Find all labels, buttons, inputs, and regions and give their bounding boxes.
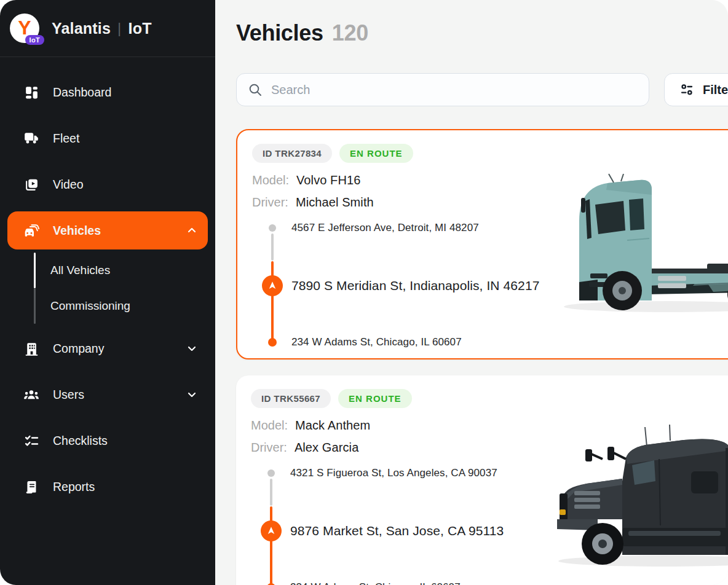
- sidebar-item-dashboard[interactable]: Dashboard: [7, 77, 208, 108]
- vehicle-status-badge: EN ROUTE: [338, 389, 412, 408]
- origin-dot-icon: [261, 469, 282, 477]
- route-stop-origin: 4321 S Figueroa St, Los Angeles, CA 9003…: [261, 465, 497, 481]
- sidebar-item-label: Reports: [53, 480, 95, 494]
- brand-product-text: IoT: [129, 20, 152, 37]
- vehicle-count: 120: [332, 20, 368, 47]
- driver-row: Driver: Michael Smith: [252, 194, 728, 211]
- search-box[interactable]: [236, 73, 649, 106]
- stop-address: 234 W Adams St, Chicago, IL 60607: [290, 581, 461, 585]
- sidebar: Y IoT Yalantis | IoT Dashboard Fleet: [0, 0, 215, 585]
- badges-row: ID TRK55667 EN ROUTE: [251, 389, 728, 408]
- sidebar-subitem-all-vehicles[interactable]: All Vehicles: [34, 253, 208, 288]
- sidebar-item-checklists[interactable]: Checklists: [7, 425, 208, 456]
- vehicle-card-trk55667[interactable]: ID TRK55667 EN ROUTE Model: Mack Anthem …: [236, 375, 728, 585]
- sidebar-item-label: Company: [53, 342, 104, 356]
- sidebar-item-label: Dashboard: [53, 85, 111, 100]
- users-icon: [23, 387, 39, 402]
- route-stop-current: 9876 Market St, San Jose, CA 95113: [261, 520, 504, 541]
- sliders-filter-icon: [679, 82, 694, 97]
- stop-address-current: 7890 S Meridian St, Indianapolis, IN 462…: [291, 278, 539, 293]
- search-icon: [248, 82, 263, 97]
- driver-value: Michael Smith: [296, 194, 374, 211]
- reports-icon: [23, 479, 39, 495]
- destination-dot-icon: [262, 338, 283, 347]
- sidebar-item-label: Users: [53, 388, 84, 402]
- filters-button[interactable]: Filters: [664, 73, 728, 106]
- driver-value: Alex Garcia: [295, 439, 358, 456]
- current-location-icon: [262, 275, 283, 296]
- route-line-remaining: [270, 506, 272, 585]
- vehicles-submenu: All Vehicles Commissioning: [34, 253, 208, 324]
- sidebar-item-fleet[interactable]: Fleet: [7, 123, 208, 154]
- sidebar-item-video[interactable]: Video: [7, 169, 208, 200]
- company-icon: [23, 340, 39, 356]
- route-timeline: 4321 S Figueroa St, Los Angeles, CA 9003…: [251, 465, 571, 585]
- chevron-up-icon: [186, 224, 198, 237]
- brand-name: Yalantis | IoT: [52, 20, 152, 37]
- route-stop-destination: 234 W Adams St, Chicago, IL 60607: [261, 580, 461, 585]
- stop-address: 234 W Adams St, Chicago, IL 60607: [291, 336, 462, 348]
- vehicle-status-badge: EN ROUTE: [339, 144, 413, 163]
- route-timeline: 4567 E Jefferson Ave, Detroit, MI 48207 …: [252, 220, 572, 350]
- sidebar-item-reports[interactable]: Reports: [7, 471, 208, 502]
- route-line-past: [271, 234, 274, 261]
- fleet-truck-icon: [23, 130, 39, 146]
- current-location-icon: [261, 520, 282, 541]
- route-line-remaining: [271, 261, 274, 342]
- checklists-icon: [23, 433, 39, 449]
- driver-label: Driver:: [252, 194, 288, 211]
- brand-separator: |: [117, 20, 121, 37]
- route-stop-destination: 234 W Adams St, Chicago, IL 60607: [262, 335, 462, 350]
- brand-logo[interactable]: Y IoT: [10, 14, 39, 43]
- app-window: Y IoT Yalantis | IoT Dashboard Fleet: [0, 0, 728, 585]
- route-line-past: [270, 479, 272, 506]
- sidebar-item-label: Vehicles: [53, 224, 101, 238]
- model-row: Model: Mack Anthem: [251, 417, 728, 434]
- subitem-label: Commissioning: [50, 299, 130, 313]
- model-row: Model: Volvo FH16: [252, 171, 728, 189]
- vehicle-id-badge: ID TRK55667: [251, 389, 331, 408]
- chevron-down-icon: [186, 388, 198, 401]
- route-stop-origin: 4567 E Jefferson Ave, Detroit, MI 48207: [262, 220, 479, 236]
- sidebar-item-company[interactable]: Company: [7, 333, 208, 364]
- origin-dot-icon: [262, 224, 283, 232]
- vehicle-card-trk27834[interactable]: ID TRK27834 EN ROUTE Model: Volvo FH16 D…: [236, 129, 728, 359]
- driver-label: Driver:: [251, 439, 287, 456]
- subitem-label: All Vehicles: [50, 264, 110, 277]
- chevron-down-icon: [186, 342, 198, 355]
- dashboard-icon: [23, 84, 39, 100]
- model-label: Model:: [251, 417, 288, 434]
- stop-address: 4321 S Figueroa St, Los Angeles, CA 9003…: [290, 467, 497, 479]
- toolbar: Filters: [236, 73, 728, 106]
- main-content: Vehicles 120 Filters ID TRK27834: [215, 0, 728, 585]
- route-stop-current: 7890 S Meridian St, Indianapolis, IN 462…: [262, 275, 539, 296]
- sidebar-subitem-commissioning[interactable]: Commissioning: [34, 288, 208, 324]
- page-title-text: Vehicles: [236, 20, 323, 47]
- page-title: Vehicles 120: [236, 20, 728, 47]
- vehicle-id-badge: ID TRK27834: [252, 144, 332, 163]
- logo-iot-badge: IoT: [25, 35, 44, 45]
- driver-row: Driver: Alex Garcia: [251, 439, 728, 456]
- brand-name-text: Yalantis: [52, 20, 111, 37]
- brand: Y IoT Yalantis | IoT: [0, 0, 215, 57]
- filters-label: Filters: [703, 83, 728, 97]
- model-value: Mack Anthem: [295, 417, 370, 434]
- vehicles-icon: [23, 222, 39, 238]
- sidebar-item-label: Video: [53, 178, 84, 192]
- stop-address: 4567 E Jefferson Ave, Detroit, MI 48207: [291, 222, 479, 234]
- vehicle-card-list: ID TRK27834 EN ROUTE Model: Volvo FH16 D…: [236, 129, 728, 585]
- model-label: Model:: [252, 171, 289, 189]
- stop-address-current: 9876 Market St, San Jose, CA 95113: [290, 524, 504, 538]
- badges-row: ID TRK27834 EN ROUTE: [252, 144, 728, 163]
- sidebar-item-label: Fleet: [53, 132, 79, 146]
- sidebar-item-vehicles[interactable]: Vehicles: [7, 211, 208, 249]
- sidebar-item-label: Checklists: [53, 434, 108, 448]
- sidebar-nav: Dashboard Fleet Video Vehicles: [0, 57, 215, 517]
- video-icon: [23, 176, 39, 192]
- sidebar-item-users[interactable]: Users: [7, 379, 208, 410]
- model-value: Volvo FH16: [296, 171, 360, 189]
- search-input[interactable]: [271, 83, 638, 97]
